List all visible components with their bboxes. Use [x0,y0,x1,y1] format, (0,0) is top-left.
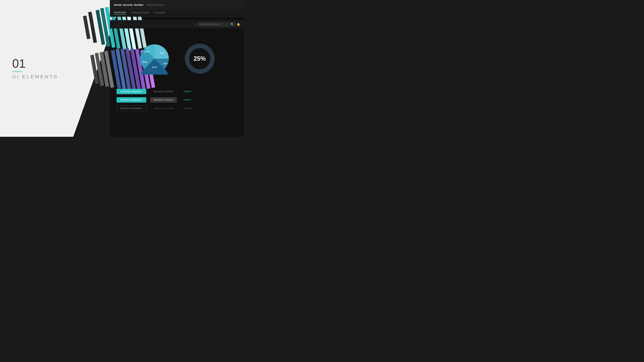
dropdown-arrow-icon: ▼ [195,23,196,25]
pie-label-2: 8.2% [163,63,167,64]
pie-chart-svg: 25.1% 8.2% 44.7% 18.5% 18.5% [138,43,170,75]
pie-label-5: 18.5% [144,51,149,53]
buttons-section: APPROVE REQUEST REVOKE ACCESS VERIFY APP… [110,89,244,111]
approve-request-button-3[interactable]: APPROVE REQUEST [116,106,146,111]
divider [12,71,22,72]
header-title: Social_Security_Number [114,3,144,6]
button-row-3: APPROVE REQUEST REVOKE ACCESS VERIFY [116,106,238,111]
revoke-access-button-2[interactable]: REVOKE ACCESS [150,97,177,103]
donut-chart: 25% [184,43,216,75]
button-row-2: APPROVE REQUEST REVOKE ACCESS VERIFY [116,97,238,103]
pie-label-4: 18.5% [142,61,147,63]
pie-segment-1 [154,44,169,59]
nav-tabs: OVERVIEW TRANSACTIONS FLAGGED [110,9,244,17]
bell-icon[interactable]: 🔔 [237,23,240,26]
donut-center-label: 25% [194,55,206,62]
tab-transactions[interactable]: TRANSACTIONS [132,11,149,14]
revoke-access-button-1[interactable]: REVOKE ACCESS [150,89,177,94]
search-input-wrapper: 🔍 [198,22,236,26]
search-input[interactable] [200,23,230,25]
pie-chart: 25.1% 8.2% 44.7% 18.5% 18.5% [138,43,170,75]
charts-area: 25.1% 8.2% 44.7% 18.5% 18.5% 25% [110,30,244,87]
search-icon[interactable]: 🔍 [231,23,234,26]
verify-button-3[interactable]: VERIFY [181,106,195,111]
button-row-1: APPROVE REQUEST REVOKE ACCESS VERIFY [116,89,238,94]
pie-label-1: 25.1% [160,52,164,54]
tab-flagged[interactable]: FLAGGED [155,11,165,14]
approve-request-button-1[interactable]: APPROVE REQUEST [116,89,146,94]
search-bar: ▼ 🔍 🔔 [110,20,244,28]
verify-button-2[interactable]: VERIFY [181,97,194,103]
tab-overview[interactable]: OVERVIEW [114,11,126,15]
verify-button-1[interactable]: VERIFY [181,89,194,94]
approve-request-button-2[interactable]: APPROVE REQUEST [116,97,146,103]
revoke-access-button-3[interactable]: REVOKE ACCESS [150,106,177,111]
pie-label-3: 44.7% [152,66,157,68]
header-bar: Social_Security_Number owners-45-secure [110,0,244,9]
header-subtitle: owners-45-secure [146,3,164,6]
